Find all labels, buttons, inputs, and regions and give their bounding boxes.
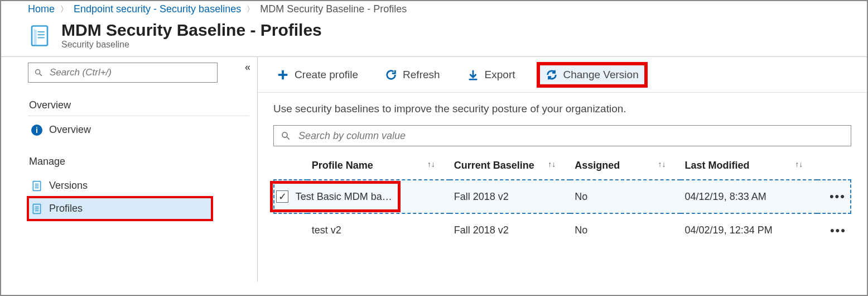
column-search[interactable] xyxy=(273,125,851,146)
col-header-baseline[interactable]: Current Baseline↑↓ xyxy=(450,154,571,180)
baseline-icon xyxy=(28,24,51,47)
breadcrumb-link-endpoint[interactable]: Endpoint security - Security baselines xyxy=(74,3,241,15)
row-actions-button[interactable]: ••• xyxy=(817,180,851,213)
sidebar: « Overview i Overview Manage Versions Pr… xyxy=(1,57,258,282)
sort-icon: ↑↓ xyxy=(658,160,666,169)
row-checkbox[interactable]: ✓ xyxy=(276,190,288,203)
toolbar-label: Export xyxy=(485,69,515,81)
breadcrumb-link-home[interactable]: Home xyxy=(28,3,55,15)
change-version-button[interactable]: Change Version xyxy=(540,65,644,84)
cell-assigned: No xyxy=(570,180,680,213)
profiles-table: Profile Name↑↓ Current Baseline↑↓ Assign… xyxy=(273,154,851,247)
cell-name: test v2 xyxy=(307,213,450,247)
cell-modified: 04/02/19, 12:34 PM xyxy=(681,213,818,247)
breadcrumb-current: MDM Security Baseline - Profiles xyxy=(260,3,407,15)
refresh-icon xyxy=(385,69,397,81)
export-button[interactable]: Export xyxy=(461,65,521,84)
svg-point-18 xyxy=(282,132,287,137)
cell-modified: 04/12/19, 8:33 AM xyxy=(681,180,818,213)
cell-name: Test Basic MDM ba… xyxy=(296,191,392,202)
toolbar: Create profile Refresh Export Change Ver… xyxy=(258,57,867,93)
sort-icon: ↑↓ xyxy=(795,160,803,169)
toolbar-label: Create profile xyxy=(295,69,358,81)
sidebar-search[interactable] xyxy=(28,63,218,83)
toolbar-label: Refresh xyxy=(403,69,440,81)
column-search-input[interactable] xyxy=(297,130,851,142)
table-header-row: Profile Name↑↓ Current Baseline↑↓ Assign… xyxy=(274,154,851,180)
highlight-change-version: Change Version xyxy=(537,62,648,88)
chevron-right-icon: 〉 xyxy=(247,4,254,15)
col-header-name[interactable]: Profile Name↑↓ xyxy=(307,154,450,180)
intro-text: Use security baselines to improve the se… xyxy=(273,103,851,115)
sort-icon: ↑↓ xyxy=(548,160,556,169)
collapse-sidebar-icon[interactable]: « xyxy=(245,61,250,73)
table-row[interactable]: ✓ Test Basic MDM ba… Fall 2018 v2 No 04/… xyxy=(274,180,851,213)
svg-point-4 xyxy=(36,70,40,74)
search-icon xyxy=(34,68,43,77)
highlight-row-name: ✓ Test Basic MDM ba… xyxy=(270,181,401,212)
toolbar-label: Change Version xyxy=(563,69,639,81)
chevron-right-icon: 〉 xyxy=(60,4,68,15)
sync-icon xyxy=(546,69,558,81)
sidebar-section-manage: Manage xyxy=(28,151,249,172)
sidebar-item-profiles[interactable]: Profiles xyxy=(28,197,212,220)
table-row[interactable]: test v2 Fall 2018 v2 No 04/02/19, 12:34 … xyxy=(274,213,851,247)
breadcrumb: Home 〉 Endpoint security - Security base… xyxy=(1,1,867,18)
document-icon xyxy=(31,180,42,192)
create-profile-button[interactable]: Create profile xyxy=(271,65,364,84)
refresh-button[interactable]: Refresh xyxy=(379,65,446,84)
sidebar-item-label: Overview xyxy=(49,124,91,136)
col-header-modified[interactable]: Last Modified↑↓ xyxy=(681,154,818,180)
cell-baseline: Fall 2018 v2 xyxy=(450,213,571,247)
sidebar-item-versions[interactable]: Versions xyxy=(28,174,249,197)
info-icon: i xyxy=(31,125,42,136)
cell-assigned: No xyxy=(570,213,680,247)
sidebar-search-input[interactable] xyxy=(49,66,217,79)
svg-line-5 xyxy=(40,74,42,76)
plus-icon xyxy=(277,69,289,81)
sidebar-item-label: Profiles xyxy=(49,203,83,214)
search-icon xyxy=(281,131,291,141)
sidebar-item-label: Versions xyxy=(49,180,88,192)
page-subtitle: Security baseline xyxy=(61,40,322,50)
main-panel: Create profile Refresh Export Change Ver… xyxy=(258,57,867,282)
row-actions-button[interactable]: ••• xyxy=(817,213,851,247)
svg-line-19 xyxy=(287,137,290,140)
page-title: MDM Security Baseline - Profiles xyxy=(61,21,322,40)
sort-icon: ↑↓ xyxy=(427,160,435,169)
sidebar-section-overview: Overview xyxy=(28,95,249,116)
page-header: MDM Security Baseline - Profiles Securit… xyxy=(1,18,867,56)
col-header-assigned[interactable]: Assigned↑↓ xyxy=(570,154,680,180)
sidebar-item-overview[interactable]: i Overview xyxy=(28,118,249,141)
row-checkbox[interactable] xyxy=(281,223,293,235)
cell-baseline: Fall 2018 v2 xyxy=(450,180,571,213)
document-icon xyxy=(31,203,42,214)
download-icon xyxy=(467,69,479,81)
